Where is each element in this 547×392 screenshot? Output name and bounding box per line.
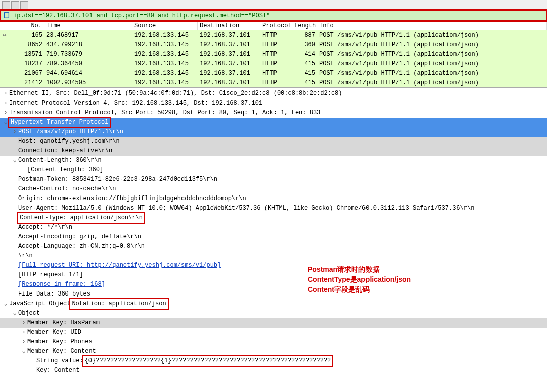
display-filter-input[interactable] <box>13 12 544 19</box>
tree-json-string-value[interactable]: String value: {0}??????????????????{1}??… <box>0 356 547 366</box>
tree-http-postman-token[interactable]: Postman-Token: 88534171-82e6-22c3-298a-2… <box>0 175 547 184</box>
tree-http-full-uri[interactable]: [Full request URI: http://qanotify.yeshj… <box>0 261 547 270</box>
packet-list-pane: No. Time Source Destination Protocol Len… <box>0 21 547 87</box>
display-filter-bar[interactable] <box>0 10 547 21</box>
chevron-down-icon[interactable]: ⌄ <box>2 118 9 127</box>
tree-http-content-type[interactable]: Content-Type: application/json\r\n <box>0 213 547 223</box>
goto-marker-icon <box>0 54 9 55</box>
annotation-text: Postman请求时的数据 ContentType是application/js… <box>308 264 411 295</box>
tree-json-member-uid[interactable]: ›Member Key: UID <box>0 328 547 337</box>
tree-json-key[interactable]: Key: Content <box>0 366 547 375</box>
chevron-down-icon[interactable]: ⌄ <box>2 299 9 309</box>
packet-row[interactable]: 18237789.364450192.168.133.145192.168.37… <box>0 59 547 68</box>
tree-http-response-in[interactable]: [Response in frame: 168] <box>0 280 547 289</box>
col-header-src[interactable]: Source <box>132 22 198 30</box>
tree-http-connection[interactable]: Connection: keep-alive\r\n <box>0 146 547 156</box>
chevron-right-icon[interactable]: › <box>20 318 27 328</box>
tree-tcp[interactable]: ›Transmission Control Protocol, Src Port… <box>0 108 547 118</box>
goto-marker-icon <box>0 63 9 64</box>
goto-marker-icon <box>0 82 9 83</box>
chevron-down-icon[interactable]: ⌄ <box>11 309 18 318</box>
svg-rect-0 <box>5 13 9 18</box>
tree-http-crlf[interactable]: \r\n <box>0 251 547 261</box>
toolbar-icon[interactable] <box>20 1 28 9</box>
tree-json-object[interactable]: ⌄Object <box>0 309 547 318</box>
tree-http-cache-control[interactable]: Cache-Control: no-cache\r\n <box>0 184 547 194</box>
tree-json-member-hasparam[interactable]: ›Member Key: HasParam <box>0 318 547 328</box>
tree-http-host[interactable]: Host: qanotify.yeshj.com\r\n <box>0 137 547 146</box>
tree-json-member-content[interactable]: ⌄Member Key: Content <box>0 347 547 356</box>
toolbar-icon[interactable] <box>2 1 10 9</box>
chevron-right-icon[interactable]: › <box>2 108 9 118</box>
tree-http-accept[interactable]: Accept: */*\r\n <box>0 223 547 232</box>
col-header-no[interactable]: No. <box>9 22 44 30</box>
packet-row[interactable]: ↦16523.468917192.168.133.145192.168.37.1… <box>0 30 547 40</box>
tree-http-request-line[interactable]: ›POST /sms/v1/pub HTTP/1.1\r\n <box>0 127 547 137</box>
tree-json[interactable]: ⌄JavaScript Object Notation: application… <box>0 299 547 309</box>
chevron-right-icon[interactable]: › <box>2 89 9 99</box>
tree-http-accept-encoding[interactable]: Accept-Encoding: gzip, deflate\r\n <box>0 232 547 242</box>
col-header-time[interactable]: Time <box>44 22 132 30</box>
toolbar-icon[interactable] <box>11 1 19 9</box>
col-header-info[interactable]: Info <box>317 22 547 30</box>
tree-http-user-agent[interactable]: User-Agent: Mozilla/5.0 (Windows NT 10.0… <box>0 204 547 213</box>
packet-details-pane: ›Ethernet II, Src: Dell_0f:0d:71 (50:9a:… <box>0 87 547 376</box>
packet-list-header[interactable]: No. Time Source Destination Protocol Len… <box>0 21 547 30</box>
chevron-right-icon[interactable]: › <box>20 337 27 347</box>
packet-row[interactable]: 214121002.934505192.168.133.145192.168.3… <box>0 78 547 87</box>
chevron-right-icon[interactable]: › <box>2 99 9 108</box>
col-header-proto[interactable]: Protocol <box>260 22 292 30</box>
tree-http-content-length[interactable]: ⌄Content-Length: 360\r\n <box>0 156 547 165</box>
goto-marker-icon: ↦ <box>0 31 9 39</box>
tree-ethernet[interactable]: ›Ethernet II, Src: Dell_0f:0d:71 (50:9a:… <box>0 89 547 99</box>
bookmark-icon[interactable] <box>3 12 11 20</box>
chevron-down-icon[interactable]: ⌄ <box>20 347 27 356</box>
tree-http-content-length-expert[interactable]: [Content length: 360] <box>0 165 547 175</box>
tree-http[interactable]: ⌄Hypertext Transfer Protocol <box>0 118 547 127</box>
tree-http-origin[interactable]: Origin: chrome-extension://fhbjgbiflinjb… <box>0 194 547 204</box>
tree-http-accept-language[interactable]: Accept-Language: zh-CN,zh;q=0.8\r\n <box>0 242 547 251</box>
chevron-right-icon[interactable]: › <box>20 328 27 337</box>
packet-row[interactable]: 13571719.733679192.168.133.145192.168.37… <box>0 49 547 59</box>
tree-ip[interactable]: ›Internet Protocol Version 4, Src: 192.1… <box>0 99 547 108</box>
packet-row[interactable]: 8652434.799218192.168.133.145192.168.37.… <box>0 40 547 49</box>
tree-http-request-num[interactable]: [HTTP request 1/1] <box>0 270 547 280</box>
col-header-dst[interactable]: Destination <box>198 22 260 30</box>
chevron-right-icon[interactable]: › <box>11 127 18 137</box>
goto-marker-icon <box>0 44 9 45</box>
tree-http-file-data[interactable]: File Data: 360 bytes <box>0 289 547 299</box>
packet-row[interactable]: 21067944.694614192.168.133.145192.168.37… <box>0 68 547 78</box>
main-toolbar <box>0 0 547 10</box>
col-header-len[interactable]: Length <box>292 22 317 30</box>
goto-marker-icon <box>0 73 9 74</box>
tree-json-member-phones[interactable]: ›Member Key: Phones <box>0 337 547 347</box>
chevron-down-icon[interactable]: ⌄ <box>11 156 18 165</box>
